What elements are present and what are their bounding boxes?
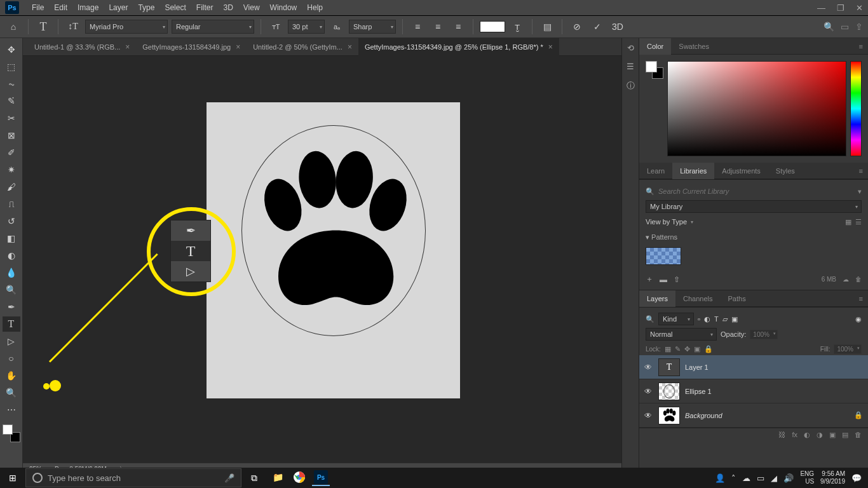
document-tab[interactable]: Untitled-2 @ 50% (GettyIm...× bbox=[247, 38, 358, 56]
commit-icon[interactable]: ✓ bbox=[589, 18, 606, 35]
document-tab[interactable]: GettyImages-131584349.jpg @ 25% (Ellipse… bbox=[358, 38, 559, 56]
filter-shape-icon[interactable]: ▱ bbox=[722, 315, 728, 323]
task-view-icon[interactable]: ⧉ bbox=[241, 468, 267, 488]
clock[interactable]: 9:56 AM9/9/2019 bbox=[820, 470, 845, 485]
window-restore-icon[interactable]: ❐ bbox=[837, 3, 844, 13]
patterns-section[interactable]: ▾ Patterns bbox=[646, 233, 677, 241]
brush-tool[interactable]: 🖌 bbox=[3, 179, 20, 194]
color-field[interactable] bbox=[667, 61, 846, 156]
folder-icon[interactable]: ▬ bbox=[660, 275, 667, 284]
grid-view-icon[interactable]: ▦ bbox=[845, 218, 851, 226]
trash-icon[interactable]: 🗑 bbox=[855, 276, 862, 283]
text-tool-preset-icon[interactable]: T bbox=[35, 18, 51, 35]
adjustment-layer-icon[interactable]: ◑ bbox=[817, 431, 823, 439]
history-panel-icon[interactable]: ⟲ bbox=[627, 43, 634, 53]
layer-name[interactable]: Layer 1 bbox=[685, 363, 709, 371]
panel-menu-icon[interactable]: ≡ bbox=[854, 43, 868, 50]
foreground-background-colors[interactable] bbox=[3, 424, 20, 442]
home-icon[interactable]: ⌂ bbox=[5, 18, 22, 35]
document-tab[interactable]: GettyImages-131584349.jpg× bbox=[136, 38, 247, 56]
close-tab-icon[interactable]: × bbox=[548, 43, 553, 51]
blend-mode-dropdown[interactable]: Normal bbox=[646, 328, 717, 341]
close-tab-icon[interactable]: × bbox=[125, 43, 130, 51]
lasso-tool[interactable]: ⏦ bbox=[3, 76, 20, 92]
hue-slider[interactable] bbox=[850, 61, 862, 156]
lock-pixels-icon[interactable]: ✎ bbox=[675, 345, 681, 353]
swatches-tab[interactable]: Swatches bbox=[671, 38, 717, 55]
type-tool[interactable]: T bbox=[3, 316, 20, 332]
opacity-input[interactable]: 100% bbox=[750, 330, 778, 339]
menu-3d[interactable]: 3D bbox=[218, 3, 238, 12]
document-tab[interactable]: Untitled-1 @ 33.3% (RGB...× bbox=[28, 38, 136, 56]
cancel-icon[interactable]: ⊘ bbox=[569, 18, 585, 35]
visibility-icon[interactable]: 👁 bbox=[644, 411, 653, 420]
filter-smart-icon[interactable]: ▣ bbox=[731, 315, 738, 323]
3d-icon[interactable]: 3D bbox=[609, 18, 626, 35]
align-left-icon[interactable]: ≡ bbox=[409, 18, 426, 35]
canvas[interactable] bbox=[207, 102, 460, 398]
pen-tool[interactable]: ✒ bbox=[3, 299, 20, 315]
menu-window[interactable]: Window bbox=[265, 3, 302, 12]
layer-thumbnail[interactable] bbox=[658, 383, 680, 400]
notifications-icon[interactable]: 💬 bbox=[851, 473, 862, 483]
filter-adjust-icon[interactable]: ◐ bbox=[704, 315, 710, 323]
antialias-dropdown[interactable]: Sharp bbox=[349, 20, 396, 34]
battery-icon[interactable]: ▭ bbox=[757, 473, 764, 483]
mask-icon[interactable]: ◐ bbox=[804, 431, 810, 439]
menu-help[interactable]: Help bbox=[302, 3, 328, 12]
layer-thumbnail[interactable] bbox=[658, 407, 680, 424]
info-panel-icon[interactable]: ⓘ bbox=[627, 80, 635, 92]
character-panel-icon[interactable]: ▤ bbox=[539, 18, 555, 35]
properties-panel-icon[interactable]: ☰ bbox=[627, 62, 634, 71]
filter-type-icon[interactable]: T bbox=[714, 315, 719, 323]
layer-row[interactable]: 👁 T Layer 1 bbox=[639, 355, 868, 379]
menu-select[interactable]: Select bbox=[159, 3, 191, 12]
adjustments-tab[interactable]: Adjustments bbox=[714, 163, 768, 179]
more-tools-icon[interactable]: ⋯ bbox=[3, 402, 20, 417]
lock-pos-icon[interactable]: ✥ bbox=[684, 345, 690, 353]
align-center-icon[interactable]: ≡ bbox=[430, 18, 446, 35]
add-icon[interactable]: ＋ bbox=[646, 274, 653, 285]
start-button[interactable]: ⊞ bbox=[0, 468, 25, 488]
align-right-icon[interactable]: ≡ bbox=[450, 18, 466, 35]
blur-tool[interactable]: 💧 bbox=[3, 265, 20, 280]
libraries-tab[interactable]: Libraries bbox=[672, 163, 714, 179]
canvas-area[interactable]: ✒ T ▷ bbox=[23, 56, 621, 463]
healing-tool[interactable]: ✷ bbox=[3, 162, 20, 177]
menu-file[interactable]: File bbox=[27, 3, 49, 12]
taskbar-search[interactable]: Type here to search 🎤 bbox=[25, 468, 241, 487]
fx-icon[interactable]: fx bbox=[792, 431, 797, 439]
window-close-icon[interactable]: ✕ bbox=[856, 3, 863, 13]
viewby-label[interactable]: View by Type bbox=[646, 218, 687, 226]
crop-tool[interactable]: ✂ bbox=[3, 111, 20, 126]
search-icon[interactable]: 🔍 bbox=[824, 22, 834, 32]
move-tool[interactable]: ✥ bbox=[3, 42, 20, 57]
marquee-tool[interactable]: ⬚ bbox=[3, 59, 20, 74]
wifi-icon[interactable]: ◢ bbox=[771, 473, 777, 483]
color-fgbg-swatch[interactable] bbox=[646, 61, 663, 79]
orientation-icon[interactable]: ↕T bbox=[65, 18, 81, 35]
font-family-dropdown[interactable]: Myriad Pro bbox=[85, 20, 168, 34]
volume-icon[interactable]: 🔊 bbox=[783, 473, 794, 483]
layer-filter-dropdown[interactable]: Kind bbox=[658, 313, 694, 325]
shape-tool[interactable]: ○ bbox=[3, 351, 20, 366]
layer-row[interactable]: 👁 Background 🔒 bbox=[639, 403, 868, 428]
learn-tab[interactable]: Learn bbox=[639, 163, 672, 179]
menu-layer[interactable]: Layer bbox=[104, 3, 133, 12]
library-select[interactable]: My Library bbox=[646, 200, 862, 213]
menu-edit[interactable]: Edit bbox=[49, 3, 72, 12]
visibility-icon[interactable]: 👁 bbox=[644, 387, 653, 396]
workspace-icon[interactable]: ▭ bbox=[841, 22, 849, 32]
lock-artboard-icon[interactable]: ▣ bbox=[694, 345, 700, 353]
panel-menu-icon[interactable]: ≡ bbox=[854, 167, 868, 175]
upload-icon[interactable]: ⇧ bbox=[674, 275, 680, 284]
pattern-swatch[interactable] bbox=[646, 247, 681, 265]
language-indicator[interactable]: ENGUS bbox=[800, 470, 814, 485]
lock-all-icon[interactable]: 🔒 bbox=[704, 345, 713, 353]
font-weight-dropdown[interactable]: Regular bbox=[172, 20, 254, 34]
chrome-icon[interactable] bbox=[290, 470, 308, 486]
path-select-tool[interactable]: ▷ bbox=[3, 334, 20, 349]
eyedropper-tool[interactable]: ✐ bbox=[3, 145, 20, 160]
frame-tool[interactable]: ⊠ bbox=[3, 128, 20, 143]
delete-layer-icon[interactable]: 🗑 bbox=[855, 431, 862, 439]
